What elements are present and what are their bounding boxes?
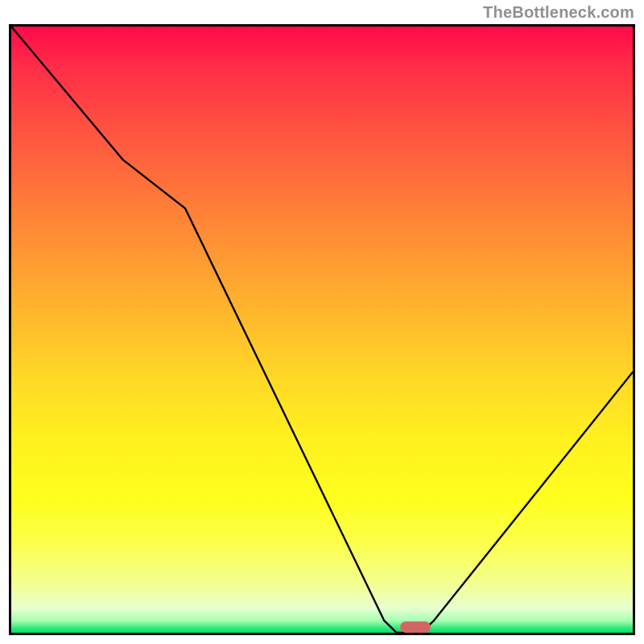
curve-path	[11, 27, 633, 633]
chart-container: TheBottleneck.com	[0, 0, 644, 644]
plot-area	[9, 24, 635, 635]
bottleneck-curve	[11, 27, 633, 633]
watermark-text: TheBottleneck.com	[483, 3, 634, 22]
optimal-marker	[400, 621, 431, 633]
